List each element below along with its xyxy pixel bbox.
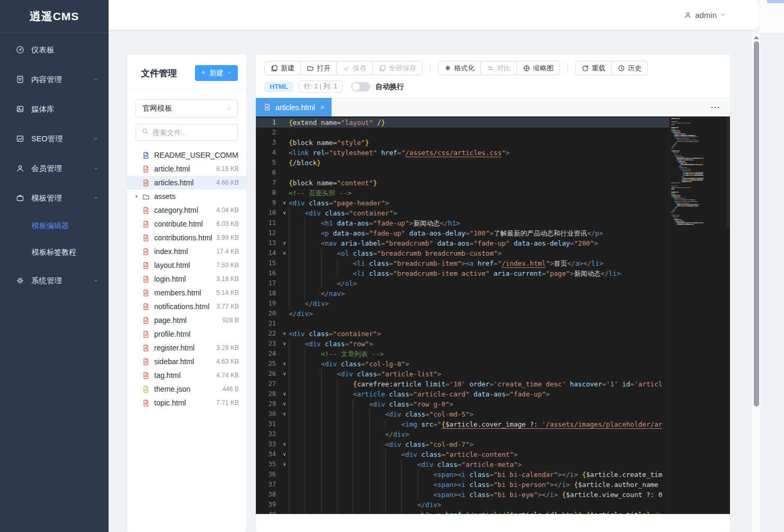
code-line[interactable]: 24 <!-- 文章列表 --> [256, 349, 669, 359]
file-row[interactable]: tag.html4.74 KB [127, 368, 246, 382]
word-wrap-toggle[interactable] [351, 82, 370, 92]
code-line[interactable]: 35∨ <div class="article-meta"> [256, 459, 669, 470]
code-line[interactable]: 19 </div> [256, 299, 669, 309]
code-line[interactable]: 34∨ <div class="article-content"> [256, 449, 669, 459]
sidebar-item-members[interactable]: 会员管理 [0, 154, 109, 183]
fold-arrow-icon[interactable]: ∨ [280, 238, 289, 248]
code-line[interactable]: 3{block name="style"} [256, 138, 669, 148]
code-line[interactable]: 26∨ <div class="article-list"> [256, 369, 669, 379]
file-search-input[interactable] [153, 129, 227, 137]
save-button[interactable]: 保存 [336, 61, 373, 75]
file-row[interactable]: layout.html7.53 KB [127, 258, 246, 272]
code-editor[interactable]: 1{extend name="layout" /}23{block name="… [256, 116, 730, 514]
file-row[interactable]: register.html3.29 KB [127, 341, 246, 355]
fold-arrow-icon[interactable]: ∨ [280, 359, 289, 369]
sidebar-item-system[interactable]: 系统管理 [0, 266, 109, 295]
folder-row[interactable]: assets [127, 190, 246, 203]
file-row[interactable]: index.html17.4 KB [127, 245, 246, 258]
template-select[interactable]: 官网模板 [136, 100, 238, 118]
page-scrollbar[interactable] [751, 33, 760, 532]
code-line[interactable]: 38 <span><i class="bi bi-eye"></i> {$art… [256, 490, 669, 500]
fold-arrow-icon[interactable]: ∨ [280, 198, 289, 208]
code-line[interactable]: 23∨ <div class="row"> [256, 339, 669, 349]
code-line[interactable]: 15 <li class="breadcrumb-item"><a href="… [256, 258, 669, 268]
code-line[interactable]: 11 <h1 data-aos="fade-up">新闻动态</h1> [256, 218, 669, 228]
file-row[interactable]: members.html5.14 KB [127, 286, 246, 300]
code-line[interactable]: 16 <li class="breadcrumb-item active" ar… [256, 268, 669, 278]
code-line[interactable]: 8<!-- 页面头部 --> [256, 188, 669, 198]
tab-close-icon[interactable]: × [319, 103, 326, 111]
fold-arrow-icon[interactable]: ∨ [280, 459, 289, 470]
file-row[interactable]: page.html928 B [127, 313, 246, 327]
fold-arrow-icon[interactable]: ∨ [280, 369, 289, 379]
file-row[interactable]: article.html8.15 KB [127, 162, 246, 176]
code-line[interactable]: 10∨ <div class="container"> [256, 208, 669, 218]
code-line[interactable]: 29∨ <div class="row g-0"> [256, 399, 669, 409]
tab-overflow-button[interactable]: ··· [711, 103, 720, 112]
code-line[interactable]: 4<link rel="stylesheet" href="/assets/cs… [256, 148, 669, 158]
history-button[interactable]: 历史 [611, 61, 648, 75]
fold-arrow-icon[interactable]: ∨ [280, 449, 289, 459]
code-line[interactable]: 7{block name="content"} [256, 178, 669, 188]
user-menu[interactable]: admin [684, 0, 726, 30]
code-area[interactable]: 1{extend name="layout" /}23{block name="… [256, 116, 669, 514]
code-line[interactable]: 27 {carefree:article limit='10' order='c… [256, 379, 669, 389]
sidebar-subitem-template-tag-tutorial[interactable]: 模板标签教程 [0, 239, 109, 266]
fold-arrow-icon[interactable]: ∨ [280, 208, 289, 218]
fold-arrow-icon[interactable]: ∨ [280, 399, 289, 409]
file-row[interactable]: topic.html7.71 KB [127, 396, 246, 410]
code-line[interactable]: 14∨ <ol class="breadcrumb breadcrumb-cus… [256, 248, 669, 258]
compare-button[interactable]: 对比 [480, 61, 517, 75]
sidebar-item-templates[interactable]: 模板管理 [0, 183, 109, 213]
code-line[interactable]: 37 <span><i class="bi bi-person"></i> {$… [256, 480, 669, 490]
code-line[interactable]: 21 [256, 319, 669, 329]
code-line[interactable]: 9∨<div class="page-header"> [256, 198, 669, 208]
code-line[interactable]: 36 <span><i class="bi bi-calendar"></i> … [256, 470, 669, 480]
code-line[interactable]: 5{/block} [256, 158, 669, 168]
new-file-button[interactable]: 新建 [195, 65, 238, 81]
fold-arrow-icon[interactable]: ∨ [280, 389, 289, 399]
code-line[interactable]: 2 [256, 128, 669, 138]
code-line[interactable]: 20</div> [256, 309, 669, 319]
save-all-button[interactable]: 全部保存 [372, 61, 423, 75]
file-row[interactable]: articles.html4.66 KB [127, 176, 246, 190]
code-line[interactable]: 1{extend name="layout" /} [256, 118, 669, 128]
fold-arrow-icon[interactable]: ∨ [280, 339, 289, 349]
sidebar-item-content[interactable]: 内容管理 [0, 65, 109, 94]
file-row[interactable]: login.html3.18 KB [127, 272, 246, 286]
code-line[interactable]: 40 <h3><a href="/article/{$article.id}.h… [256, 510, 669, 514]
scrollbar-up-arrow[interactable] [754, 36, 759, 39]
code-line[interactable]: 13∨ <nav aria-label="breadcrumb" data-ao… [256, 238, 669, 248]
file-row[interactable]: profile.html [127, 327, 246, 341]
file-row[interactable]: README_USER_COMMENT [127, 148, 246, 162]
file-row[interactable]: notifications.html3.77 KB [127, 300, 246, 313]
fold-arrow-icon[interactable]: ∨ [280, 439, 289, 449]
open-button[interactable]: 打开 [300, 61, 337, 75]
format-button[interactable]: 格式化 [438, 61, 481, 75]
sidebar-item-media[interactable]: 媒体库 [0, 94, 109, 124]
expand-arrow-icon[interactable] [135, 194, 141, 200]
reload-button[interactable]: 重载 [575, 61, 612, 75]
thumbnail-button[interactable]: 缩略图 [516, 61, 560, 75]
code-line[interactable]: 32 </div> [256, 429, 669, 439]
code-line[interactable]: 28∨ <article class="article-card" data-a… [256, 389, 669, 399]
scrollbar-thumb[interactable] [754, 41, 759, 407]
code-line[interactable]: 33∨ <div class="col-md-7"> [256, 439, 669, 449]
tab-articles-html[interactable]: articles.html × [256, 98, 332, 117]
code-line[interactable]: 6 [256, 168, 669, 178]
file-row[interactable]: theme.json446 B [127, 382, 246, 396]
sidebar-item-seo[interactable]: SEO管理 [0, 124, 109, 154]
file-row[interactable]: sidebar.html4.63 KB [127, 355, 246, 368]
code-line[interactable]: 18 </nav> [256, 288, 669, 299]
fold-arrow-icon[interactable]: ∨ [280, 329, 289, 339]
code-line[interactable]: 25∨ <div class="col-lg-8"> [256, 359, 669, 369]
file-row[interactable]: contribute.html6.03 KB [127, 217, 246, 231]
minimap-slider[interactable] [727, 116, 730, 228]
file-row[interactable]: contributions.html3.99 KB [127, 231, 246, 245]
code-line[interactable]: 12 <p data-aos="fade-up" data-aos-delay=… [256, 228, 669, 238]
sidebar-item-dashboard[interactable]: 仪表板 [0, 35, 109, 65]
code-line[interactable]: 22∨<div class="container"> [256, 329, 669, 339]
fold-arrow-icon[interactable]: ∨ [280, 248, 289, 258]
code-line[interactable]: 31 <img src="{$article.cover_image ?: '/… [256, 419, 669, 429]
code-line[interactable]: 30∨ <div class="col-md-5"> [256, 409, 669, 419]
